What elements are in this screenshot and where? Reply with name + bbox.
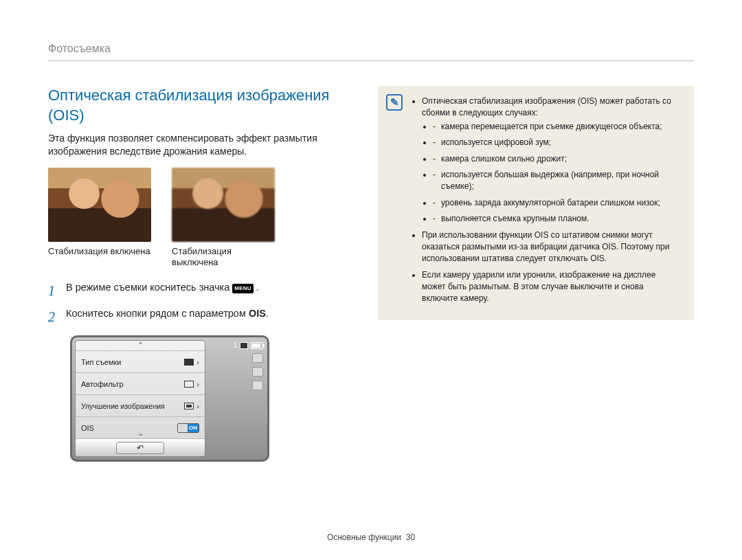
step-number: 1 xyxy=(48,280,58,301)
shot-counter: 1 xyxy=(233,341,237,349)
step-1-pre: В режиме съемки коснитесь значка xyxy=(66,282,232,293)
step-2-pre: Коснитесь кнопки рядом с параметром xyxy=(66,308,249,319)
note-bullet-1: Оптическая стабилизация изображения (OIS… xyxy=(422,96,682,225)
step-1: 1 В режиме съемки коснитесь значка MENU … xyxy=(48,280,344,301)
note-box: ✎ Оптическая стабилизация изображения (O… xyxy=(378,86,694,320)
camera-menu-panel: ⌃ Тип съемки › Автофильтр › Улучшение из… xyxy=(75,340,205,457)
left-column: Оптическая стабилизация изображения (OIS… xyxy=(48,86,344,462)
note-intro: Оптическая стабилизация изображения (OIS… xyxy=(422,96,671,117)
sample-photo-sharp xyxy=(48,168,151,242)
chevron-right-icon: › xyxy=(196,380,199,388)
example-photos: Стабилизация включена Стабилизация выклю… xyxy=(48,168,344,269)
note-sub-item: выполняется съемка крупным планом. xyxy=(433,213,682,225)
enhance-icon xyxy=(184,403,194,410)
menu-row-shot-type: Тип съемки › xyxy=(76,350,205,372)
menu-back-row: ↶ xyxy=(76,438,205,456)
note-sub-item: используется большая выдержка (например,… xyxy=(433,169,682,193)
sample-photo-blurred xyxy=(172,168,275,242)
camera-menu-screenshot: ⌃ Тип съемки › Автофильтр › Улучшение из… xyxy=(70,335,269,462)
footer-page-number: 30 xyxy=(406,533,415,542)
steps-list: 1 В режиме съемки коснитесь значка MENU … xyxy=(48,280,344,327)
menu-value: › xyxy=(184,380,199,388)
filter-icon xyxy=(184,381,194,388)
note-sublist: камера перемещается при съемке движущего… xyxy=(422,121,682,225)
step-1-post: . xyxy=(254,282,259,293)
menu-label: Тип съемки xyxy=(81,358,121,366)
step-2-post: . xyxy=(266,308,269,319)
side-icon-1 xyxy=(252,353,263,363)
lead-paragraph: Эта функция позволяет скомпенсировать эф… xyxy=(48,132,344,158)
chevron-right-icon: › xyxy=(196,358,199,366)
note-sub-item: используется цифровой зум; xyxy=(433,137,682,148)
note-sub-item: камера перемещается при съемке движущего… xyxy=(433,121,682,133)
menu-value: › xyxy=(184,402,199,410)
side-icon-ois xyxy=(252,381,263,390)
scroll-up-icon: ⌃ xyxy=(76,341,205,350)
note-bullets: Оптическая стабилизация изображения (OIS… xyxy=(411,96,682,305)
camera-status-column: 1 xyxy=(205,340,265,457)
caption-ois-off: Стабилизация выключена xyxy=(172,246,275,269)
scroll-down-icon: ⌄ xyxy=(76,429,205,438)
menu-label: Автофильтр xyxy=(81,380,124,388)
step-2: 2 Коснитесь кнопки рядом с параметром OI… xyxy=(48,306,344,327)
page-footer: Основные функции 30 xyxy=(0,533,742,542)
note-bullet-3: Если камеру ударили или уронили, изображ… xyxy=(422,269,682,305)
menu-row-enhance: Улучшение изображения › xyxy=(76,394,205,416)
status-bar: 1 xyxy=(233,341,263,349)
menu-label: Улучшение изображения xyxy=(81,402,165,410)
step-number: 2 xyxy=(48,306,58,327)
note-sub-item: камера слишком сильно дрожит; xyxy=(433,153,682,165)
menu-row-autofilter: Автофильтр › xyxy=(76,372,205,394)
footer-section: Основные функции xyxy=(327,533,401,542)
right-column: ✎ Оптическая стабилизация изображения (O… xyxy=(378,86,694,462)
step-2-text: Коснитесь кнопки рядом с параметром OIS. xyxy=(66,306,269,322)
step-2-bold: OIS xyxy=(249,308,266,319)
breadcrumb: Фотосъемка xyxy=(48,43,694,61)
note-info-icon: ✎ xyxy=(386,94,403,111)
caption-ois-on: Стабилизация включена xyxy=(48,246,151,257)
chevron-right-icon: › xyxy=(196,402,199,410)
menu-icon: MENU xyxy=(232,284,253,293)
note-sub-item: уровень заряда аккумуляторной батареи сл… xyxy=(433,197,682,209)
menu-value: › xyxy=(184,358,199,366)
side-icon-2 xyxy=(252,367,263,377)
battery-icon xyxy=(251,342,263,349)
back-button: ↶ xyxy=(116,442,164,454)
single-shot-icon xyxy=(184,359,194,366)
page-title: Оптическая стабилизация изображения (OIS… xyxy=(48,86,344,125)
photo-ois-off: Стабилизация выключена xyxy=(172,168,275,269)
note-bullet-2: При использовании функции OIS со штативо… xyxy=(422,229,682,265)
manual-page: Фотосъемка Оптическая стабилизация изобр… xyxy=(0,0,742,560)
memory-card-icon xyxy=(240,342,248,349)
photo-ois-on: Стабилизация включена xyxy=(48,168,151,269)
step-1-text: В режиме съемки коснитесь значка MENU . xyxy=(66,280,259,295)
two-column-layout: Оптическая стабилизация изображения (OIS… xyxy=(48,86,694,462)
